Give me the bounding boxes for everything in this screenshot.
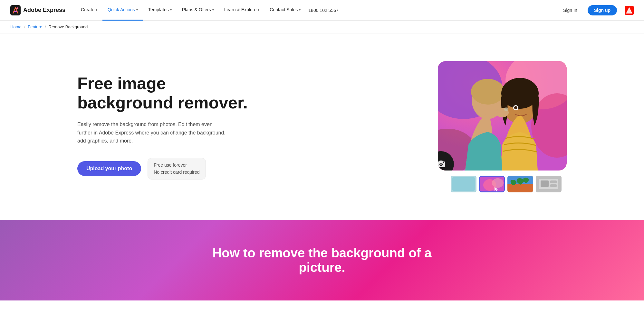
svg-rect-22 xyxy=(452,177,475,191)
create-chevron-icon: ▾ xyxy=(96,8,97,12)
hero-section: Free image background remover. Easily re… xyxy=(0,33,644,220)
adobe-logo-icon xyxy=(625,6,634,15)
nav-templates[interactable]: Templates ▾ xyxy=(143,0,177,21)
plans-chevron-icon: ▾ xyxy=(212,8,214,12)
svg-point-19 xyxy=(440,163,442,165)
nav-plans-offers[interactable]: Plans & Offers ▾ xyxy=(177,0,219,21)
navbar: Adobe Express Create ▾ Quick Actions ▾ T… xyxy=(0,0,644,21)
svg-rect-0 xyxy=(10,5,21,15)
hero-actions: Upload your photo Free use forever No cr… xyxy=(77,158,251,180)
contact-chevron-icon: ▾ xyxy=(299,8,301,12)
svg-rect-30 xyxy=(541,180,549,187)
svg-rect-27 xyxy=(507,184,533,192)
breadcrumb-current: Remove Background xyxy=(49,24,88,29)
bottom-title: How to remove the background of a pictur… xyxy=(193,246,451,275)
thumbnail-3[interactable] xyxy=(507,176,533,192)
svg-point-10 xyxy=(471,79,505,105)
nav-learn-explore[interactable]: Learn & Explore ▾ xyxy=(219,0,264,21)
breadcrumb-sep-2: / xyxy=(45,24,46,29)
svg-rect-32 xyxy=(550,184,557,187)
svg-point-2 xyxy=(16,7,18,9)
nav-contact-sales[interactable]: Contact Sales ▾ xyxy=(264,0,306,21)
free-badge: Free use forever No credit card required xyxy=(148,158,206,180)
logo-text: Adobe Express xyxy=(23,7,65,14)
quick-actions-chevron-icon: ▾ xyxy=(136,8,138,12)
thumbnail-1[interactable] xyxy=(451,176,476,192)
svg-point-15 xyxy=(514,106,517,109)
hero-right xyxy=(438,61,580,192)
nav-links: Create ▾ Quick Actions ▾ Templates ▾ Pla… xyxy=(76,0,558,21)
nav-create[interactable]: Create ▾ xyxy=(76,0,102,21)
adobe-express-logo-icon xyxy=(10,5,21,15)
free-line2: No credit card required xyxy=(154,169,199,176)
hero-image-card xyxy=(438,61,567,171)
nav-quick-actions[interactable]: Quick Actions ▾ xyxy=(102,0,143,21)
sign-up-button[interactable]: Sign up xyxy=(588,5,617,15)
upload-photo-button[interactable]: Upload your photo xyxy=(77,161,141,176)
breadcrumb: Home / Feature / Remove Background xyxy=(0,21,644,33)
breadcrumb-home[interactable]: Home xyxy=(10,24,22,29)
bottom-section: How to remove the background of a pictur… xyxy=(0,220,644,300)
logo-link[interactable]: Adobe Express xyxy=(10,5,65,15)
breadcrumb-feature[interactable]: Feature xyxy=(28,24,42,29)
thumbnail-2[interactable] xyxy=(479,176,505,192)
hero-left: Free image background remover. Easily re… xyxy=(77,74,251,179)
templates-chevron-icon: ▾ xyxy=(170,8,172,12)
svg-point-25 xyxy=(492,178,504,188)
free-line1: Free use forever xyxy=(154,161,199,169)
svg-rect-31 xyxy=(550,180,557,183)
svg-point-16 xyxy=(504,107,508,111)
thumbnail-4[interactable] xyxy=(536,176,562,192)
hero-title: Free image background remover. xyxy=(77,74,251,113)
learn-chevron-icon: ▾ xyxy=(258,8,259,12)
svg-point-20 xyxy=(443,162,444,163)
photo-container xyxy=(438,61,567,171)
nav-right: Sign In Sign up xyxy=(558,5,634,15)
background-art xyxy=(438,61,567,171)
hero-description: Easily remove the background from photos… xyxy=(77,120,226,145)
thumbnail-strip xyxy=(451,176,580,192)
breadcrumb-sep-1: / xyxy=(24,24,25,29)
camera-icon xyxy=(438,158,447,170)
nav-phone: 1800 102 5567 xyxy=(308,8,338,13)
sign-in-button[interactable]: Sign In xyxy=(558,5,582,15)
